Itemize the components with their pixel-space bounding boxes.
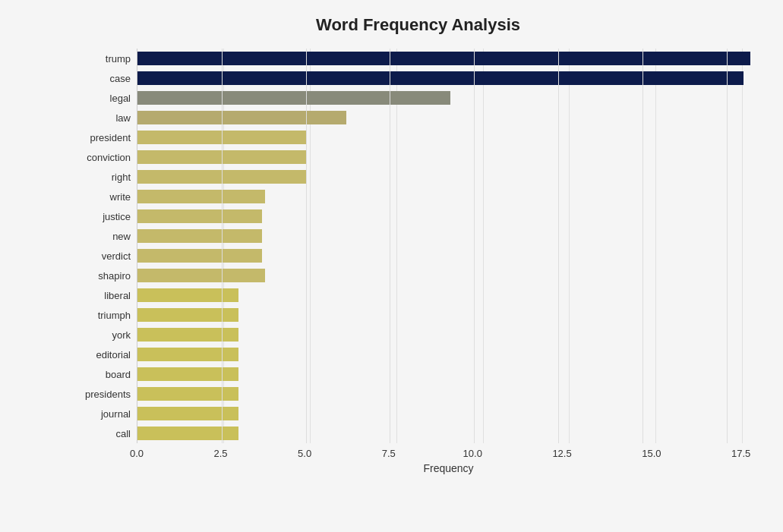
grid-line [558,49,559,443]
y-label: journal [76,409,131,419]
chart-area: trumpcaselegallawpresidentconvictionrigh… [76,49,760,474]
bar [137,348,238,361]
x-tick: 7.5 [382,448,396,459]
bar [137,150,306,164]
bar [137,288,238,302]
bar [137,71,744,85]
bar-row [137,188,760,205]
bar-row [137,208,760,225]
y-label: board [76,370,131,379]
x-axis-ticks: 0.02.55.07.510.012.515.017.5 [137,448,760,459]
bar-row [137,326,760,343]
bar [137,328,238,342]
y-label: legal [76,93,131,103]
bar [137,52,750,65]
bar [137,269,265,282]
y-label: new [76,231,131,241]
grid-line [222,49,223,443]
bar [137,427,238,440]
bar-row [137,425,760,442]
bar [137,131,306,144]
grid-line [474,49,475,443]
bar [137,407,238,420]
bar-row [137,366,760,382]
bar [137,190,265,203]
bar [137,367,238,381]
bar-row [137,267,760,284]
y-label: editorial [76,350,131,360]
x-tick: 5.0 [298,448,311,459]
bar-row [137,386,760,402]
y-label: call [76,429,131,439]
y-label: triumph [76,310,131,320]
y-label: conviction [76,153,131,162]
chart-container: Word Frequency Analysis trumpcaselegalla… [0,0,783,532]
chart-title: Word Frequency Analysis [76,15,760,35]
bar-row [137,50,760,67]
bar [137,249,262,263]
bar [137,170,306,184]
grid-lines [137,49,760,443]
bar-row [137,247,760,264]
y-label: shapiro [76,271,131,281]
grid-line [306,49,307,443]
y-label: york [76,330,131,340]
bar-row [137,168,760,185]
bar-row [137,405,760,422]
bar-row [137,90,760,106]
bar [137,229,262,243]
grid-line [643,49,643,443]
y-label: president [76,133,131,143]
grid-line [390,49,390,443]
bar-row [137,228,760,244]
y-label: verdict [76,251,131,261]
x-axis-label: Frequency [76,462,760,474]
y-label: case [76,74,131,83]
y-label: write [76,192,131,202]
bar [137,308,238,322]
x-tick: 17.5 [731,448,750,459]
bar-row [137,346,760,363]
bar [137,91,450,105]
x-tick: 15.0 [642,448,661,459]
y-label: justice [76,212,131,222]
bar-row [137,109,760,126]
plot-area [137,49,760,443]
x-tick: 10.0 [463,448,482,459]
bar-row [137,307,760,323]
bar-row [137,129,760,146]
bar [137,111,346,124]
bar [137,209,262,223]
bar-row [137,149,760,165]
y-label: trump [76,54,131,64]
bar-row [137,287,760,304]
y-label: right [76,172,131,182]
y-labels: trumpcaselegallawpresidentconvictionrigh… [76,49,137,443]
bars-wrapper: trumpcaselegallawpresidentconvictionrigh… [76,49,760,443]
bar [137,387,238,401]
bar-row [137,70,760,87]
x-axis: 0.02.55.07.510.012.515.017.5 [76,448,760,459]
y-label: presidents [76,389,131,399]
y-label: liberal [76,291,131,301]
x-tick: 2.5 [214,448,228,459]
y-label: law [76,113,131,123]
grid-line [727,49,728,443]
x-tick: 0.0 [130,448,144,459]
x-tick: 12.5 [552,448,571,459]
